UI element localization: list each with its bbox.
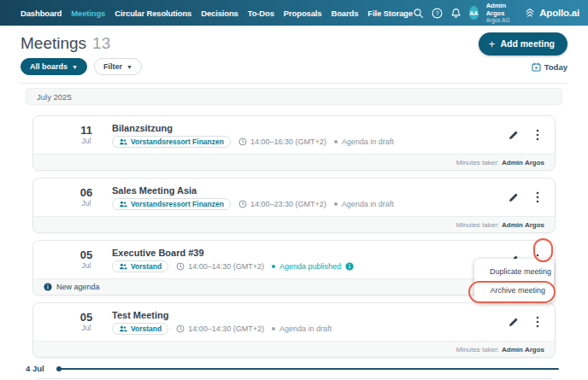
timeline-line xyxy=(57,368,559,370)
meeting-date: 05 Jul xyxy=(74,312,98,332)
meeting-title[interactable]: Sales Meeting Asia xyxy=(112,185,394,196)
meeting-card-bilanzsitzung: 11 Jul Bilanzsitzung Vorstandsressort Fi… xyxy=(32,115,556,171)
month-header: July 2025 xyxy=(26,88,562,105)
pencil-icon xyxy=(508,192,519,203)
notifications-bell-icon[interactable] xyxy=(450,7,462,19)
today-timeline: 4 Jul xyxy=(26,364,562,373)
svg-text:?: ? xyxy=(435,9,438,17)
user-avatar[interactable]: AA xyxy=(469,6,479,20)
edit-meeting-button[interactable] xyxy=(506,190,520,204)
user-name: Admin Argos xyxy=(486,2,514,18)
meeting-date: 06 Jul xyxy=(74,187,98,208)
status-dot xyxy=(334,202,338,206)
clock-icon xyxy=(176,262,185,271)
add-meeting-button[interactable]: + Add meeting xyxy=(479,32,567,56)
status-dot xyxy=(334,140,338,143)
nav-item-dashboard[interactable]: Dashboard xyxy=(21,9,62,18)
main-content: Meetings 13 + Add meeting All boards ▼ F… xyxy=(0,32,588,380)
calendar-icon xyxy=(532,62,541,72)
agenda-status: Agenda published xyxy=(272,262,354,271)
agenda-status: Agenda in draft xyxy=(334,200,394,208)
user-org: Argos AG xyxy=(486,17,514,24)
toolbar: Meetings 13 + Add meeting All boards ▼ F… xyxy=(21,32,567,84)
agenda-status: Agenda in draft xyxy=(272,324,332,333)
nav-item-decisions[interactable]: Decisions xyxy=(201,9,238,18)
archive-meeting-menu-item[interactable]: Archive meeting xyxy=(474,281,554,300)
pencil-icon xyxy=(508,317,519,328)
today-button[interactable]: Today xyxy=(532,62,567,72)
board-badge[interactable]: Vorstandsressort Finanzen xyxy=(112,136,231,148)
nav-item-meetings[interactable]: Meetings xyxy=(71,9,105,18)
user-menu[interactable]: Admin Argos Argos AG xyxy=(486,2,514,25)
meeting-time: 14:00–14:30 (GMT+2) xyxy=(176,262,264,271)
minutes-taker-footer: Minutes taker: Admin Argos xyxy=(33,216,555,232)
meeting-title[interactable]: Bilanzsitzung xyxy=(112,123,394,133)
nav-item-circular-resolutions[interactable]: Circular Resolutions xyxy=(115,9,191,18)
meeting-date: 11 Jul xyxy=(74,125,98,145)
meetings-count: 13 xyxy=(92,34,110,53)
nav-item-boards[interactable]: Boards xyxy=(331,9,358,18)
info-icon[interactable] xyxy=(345,262,354,271)
top-navbar: Dashboard Meetings Circular Resolutions … xyxy=(0,0,588,26)
clock-icon xyxy=(238,200,247,208)
people-icon xyxy=(119,263,127,270)
chevron-down-icon: ▼ xyxy=(126,64,132,70)
kebab-menu-icon xyxy=(536,191,539,203)
people-icon xyxy=(119,138,127,145)
all-boards-dropdown[interactable]: All boards ▼ xyxy=(21,58,87,75)
page-title: Meetings xyxy=(21,34,86,53)
board-badge[interactable]: Vorstand xyxy=(112,323,168,335)
meeting-time: 14:00–14:30 (GMT+2) xyxy=(176,324,264,333)
search-icon[interactable] xyxy=(413,7,424,19)
meeting-card-test-meeting: 05 Jul Test Meeting Vorstand 1 xyxy=(32,302,556,358)
meeting-title[interactable]: Executive Board #39 xyxy=(112,248,354,258)
brand-name: Apollo.ai xyxy=(539,8,579,18)
clock-icon xyxy=(176,324,185,333)
edit-meeting-button[interactable] xyxy=(506,128,520,142)
meetings-list: 11 Jul Bilanzsitzung Vorstandsressort Fi… xyxy=(32,115,556,358)
duplicate-meeting-menu-item[interactable]: Duplicate meeting xyxy=(474,262,554,281)
meeting-card-sales-meeting-asia: 06 Jul Sales Meeting Asia Vorstandsresso… xyxy=(32,178,556,233)
meeting-title[interactable]: Test Meeting xyxy=(112,310,332,320)
meeting-options-kebab-button[interactable] xyxy=(531,315,544,329)
meeting-options-kebab-button[interactable] xyxy=(531,128,544,142)
kebab-menu-icon xyxy=(536,129,539,141)
meetings-page: Dashboard Meetings Circular Resolutions … xyxy=(0,0,588,380)
info-icon xyxy=(44,283,52,291)
nav-item-file-storage[interactable]: File Storage xyxy=(368,9,413,18)
nav-item-todos[interactable]: To-Dos xyxy=(248,9,274,18)
people-icon xyxy=(119,201,127,208)
meeting-context-menu: Duplicate meeting Archive meeting xyxy=(474,259,554,303)
meeting-date: 05 Jul xyxy=(74,249,98,270)
edit-meeting-button[interactable] xyxy=(506,315,520,329)
plus-icon: + xyxy=(489,38,496,50)
meeting-options-kebab-button[interactable] xyxy=(531,190,544,204)
board-badge[interactable]: Vorstand xyxy=(112,260,168,272)
timeline-date-label: 4 Jul xyxy=(26,364,44,373)
brand: Apollo.ai xyxy=(524,7,579,19)
meeting-time: 14:00–16:30 (GMT+2) xyxy=(238,137,326,146)
status-dot xyxy=(272,327,275,330)
filter-dropdown[interactable]: Filter ▼ xyxy=(94,58,142,75)
navbar-right: ? AA Admin Argos Argos AG Apollo.ai xyxy=(413,2,579,25)
clock-icon xyxy=(238,137,247,146)
main-nav: Dashboard Meetings Circular Resolutions … xyxy=(21,9,413,18)
minutes-taker-footer: Minutes taker: Admin Argos xyxy=(33,154,555,170)
pencil-icon xyxy=(508,130,519,141)
nav-item-proposals[interactable]: Proposals xyxy=(284,9,322,18)
apollo-logo-icon xyxy=(524,7,536,19)
kebab-menu-icon xyxy=(536,316,539,328)
chevron-down-icon: ▼ xyxy=(72,64,78,70)
board-badge[interactable]: Vorstandsressort Finanzen xyxy=(112,198,231,210)
people-icon xyxy=(119,325,127,332)
agenda-status: Agenda in draft xyxy=(334,137,394,146)
minutes-taker-footer: Minutes taker: Admin Argos xyxy=(33,341,555,357)
meeting-time: 14:00–23:30 (GMT+2) xyxy=(238,200,326,208)
status-dot xyxy=(272,265,275,268)
help-icon[interactable]: ? xyxy=(432,7,443,19)
